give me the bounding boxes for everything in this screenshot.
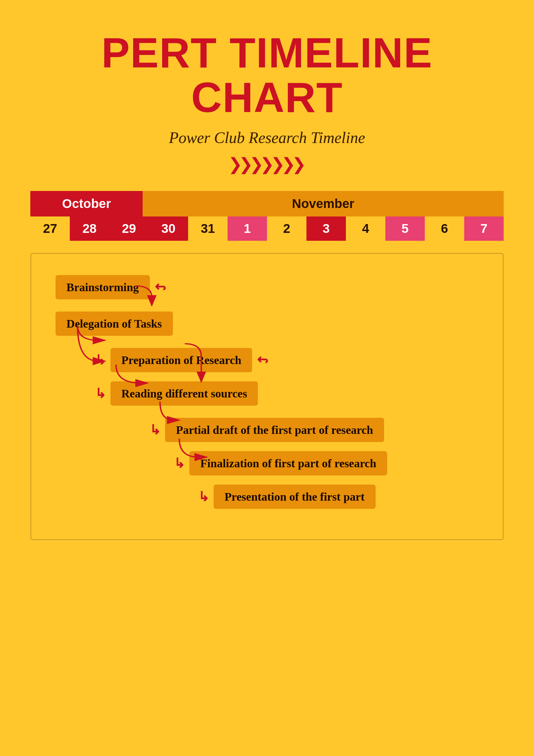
task-row-delegation: Delegation of Tasks [56,311,485,336]
task-box-reading: Reading different sources [111,381,258,406]
month-row: October November [30,191,504,216]
day-1: 1 [228,216,267,241]
task-row-reading: ↳ Reading different sources [56,381,485,406]
title-line2: CHART [101,75,433,120]
arrow-finalization: ↳ [174,455,185,471]
day-31: 31 [188,216,228,241]
day-3: 3 [306,216,346,241]
days-row: 27 28 29 30 31 1 2 3 4 5 6 7 [30,216,504,241]
day-5: 5 [385,216,425,241]
task-row-brainstorming: Brainstorming ↩ [56,275,485,299]
day-27: 27 [30,216,70,241]
main-title: PERT TIMELINE CHART [101,30,433,120]
chevron-icon: ❯ [292,156,306,173]
day-6: 6 [425,216,464,241]
day-28: 28 [70,216,109,241]
arrow-preparation: ↳ [95,352,106,368]
task-box-finalization: Finalization of first part of research [189,451,387,475]
task-box-preparation: Preparation of Research [111,348,252,372]
task-box-delegation: Delegation of Tasks [56,311,173,336]
month-october: October [30,191,142,216]
subtitle: Power Club Research Timeline [169,129,365,147]
page-container: PERT TIMELINE CHART Power Club Research … [0,0,534,756]
task-row-preparation: ↳ Preparation of Research ↩ [56,348,485,372]
month-november: November [142,191,504,216]
task-row-partial: ↳ Partial draft of the first part of res… [56,418,485,442]
arrow-presentation: ↳ [198,489,209,505]
task-box-brainstorming: Brainstorming [56,275,150,299]
task-box-partial: Partial draft of the first part of resea… [165,418,384,442]
day-29: 29 [109,216,149,241]
task-row-finalization: ↳ Finalization of first part of research [56,451,485,475]
arrow-brainstorming: ↩ [155,279,166,295]
task-row-presentation: ↳ Presentation of the first part [56,485,485,509]
day-2: 2 [267,216,306,241]
title-line1: PERT TIMELINE [101,30,433,75]
pert-area: Brainstorming ↩ Delegation of Tasks ↳ Pr… [30,253,504,540]
day-30: 30 [149,216,188,241]
task-box-presentation: Presentation of the first part [214,485,376,509]
pert-svg-container: Brainstorming ↩ Delegation of Tasks ↳ Pr… [56,272,485,515]
arrow-reading: ↳ [95,386,106,401]
arrow-preparation-out: ↩ [257,352,268,368]
day-7: 7 [464,216,504,241]
chevrons-decoration: ❯ ❯ ❯ ❯ ❯ ❯ ❯ [230,156,304,173]
arrow-partial: ↳ [150,422,161,438]
calendar-section: October November 27 28 29 30 31 1 2 3 4 … [30,191,504,241]
tasks-wrapper: Brainstorming ↩ Delegation of Tasks ↳ Pr… [56,272,485,515]
day-4: 4 [346,216,385,241]
